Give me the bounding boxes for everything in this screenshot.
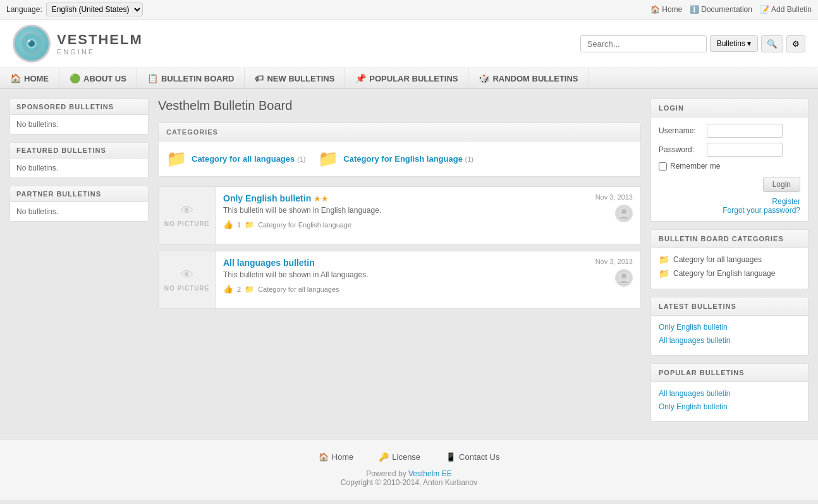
bulletin-thumb-count-2: 2 (237, 285, 241, 293)
powered-by-text: Powered by (366, 469, 408, 478)
documentation-toplink[interactable]: ℹ️ Documentation (690, 5, 752, 14)
popular-link-1[interactable]: All languages bulletin (659, 389, 730, 398)
sidebar-left: SPONSORED BULLETINS No bulletins. FEATUR… (9, 99, 149, 429)
nav-item-bulletin-board[interactable]: 📋 BULLETIN BOARD (137, 68, 245, 88)
bulletin-date-all-languages: Nov 3, 2013 (595, 258, 633, 265)
bulletin-desc-only-english: This bulletin will be shown in English l… (223, 206, 570, 215)
popular-bulletins-title: POPULAR BULLETINS (651, 364, 808, 382)
footer-contact-link[interactable]: 📱 Contact Us (446, 452, 499, 462)
settings-button[interactable]: ⚙ (786, 35, 805, 52)
random-bulletins-nav-icon: 🎲 (479, 73, 489, 83)
page-title: Vesthelm Bulletin Board (158, 99, 641, 113)
home-icon: 🏠 (650, 5, 660, 14)
footer-license-link[interactable]: 🔑 License (379, 452, 420, 462)
category-info-eng-lang: Category for English language (1) (343, 154, 473, 164)
categories-grid: 📁 Category for all languages (1) 📁 Categ… (159, 141, 640, 176)
nav-item-new-bulletins[interactable]: 🏷 NEW BULLETINS (245, 68, 345, 88)
popular-bulletins-content: All languages bulletin Only English bull… (651, 382, 808, 421)
bulletin-meta-only-english: 👍 1 📁 Category for English language (223, 220, 570, 229)
popular-link-2[interactable]: Only English bulletin (659, 402, 728, 411)
bulletin-thumb-count: 1 (237, 221, 241, 229)
top-bar-right: 🏠 Home ℹ️ Documentation 📝 Add Bulletin (650, 5, 812, 14)
footer-contact-icon: 📱 (446, 452, 456, 462)
popular-item-2: Only English bulletin (659, 402, 800, 411)
no-picture-text: NO PICTURE (164, 220, 210, 227)
bulletin-board-nav-icon: 📋 (147, 73, 158, 83)
bulletin-date-only-english: Nov 3, 2013 (595, 193, 633, 201)
nav-item-popular-bulletins[interactable]: 📌 POPULAR BULLETINS (345, 68, 468, 88)
footer-home-icon: 🏠 (319, 452, 329, 462)
bulletin-image-only-english: 👁 NO PICTURE (159, 187, 216, 244)
nav: 🏠 HOME 🟢 ABOUT US 📋 BULLETIN BOARD 🏷 NEW… (0, 68, 818, 89)
bulletin-title-all-languages[interactable]: All languages bulletin (223, 258, 315, 268)
gear-icon: ⚙ (792, 39, 800, 49)
bbc-cat-item-1: 📁 Category for all languages (659, 255, 800, 265)
popular-bulletins-box: POPULAR BULLETINS All languages bulletin… (650, 363, 809, 422)
nav-item-about[interactable]: 🟢 ABOUT US (59, 68, 137, 88)
remember-row: Remember me (659, 162, 800, 171)
login-button[interactable]: Login (763, 177, 800, 192)
username-label: Username: (659, 126, 703, 135)
search-input[interactable] (580, 35, 707, 52)
sponsored-bulletins-content: No bulletins. (10, 115, 148, 134)
register-link[interactable]: Register (659, 197, 800, 206)
footer-license-label: License (392, 452, 420, 462)
category-link-all-lang[interactable]: Category for all languages (192, 154, 295, 164)
category-item-all-lang: 📁 Category for all languages (1) (166, 149, 305, 169)
bulletin-item-all-languages: 👁 NO PICTURE All languages bulletin This… (158, 251, 641, 309)
footer-home-link[interactable]: 🏠 Home (319, 452, 354, 462)
nav-item-home[interactable]: 🏠 HOME (0, 68, 59, 88)
bulletin-avatar-all-languages (615, 269, 633, 287)
bulletin-title-only-english[interactable]: Only English bulletin (223, 193, 311, 203)
bbc-cat-link-1[interactable]: Category for all languages (673, 255, 762, 264)
sidebar-right: LOGIN Username: Password: Remember me Lo… (650, 99, 809, 429)
bbc-title: BULLETIN BOARD CATEGORIES (651, 230, 808, 248)
content-center: Vesthelm Bulletin Board CATEGORIES 📁 Cat… (158, 99, 641, 429)
bbc-cat-link-2[interactable]: Category for English language (673, 269, 775, 278)
nav-label-about: ABOUT US (83, 74, 126, 83)
latest-link-2[interactable]: All languages bulletin (659, 336, 730, 345)
category-link-eng-lang[interactable]: Category for English language (343, 154, 463, 164)
no-picture-text-2: NO PICTURE (164, 285, 210, 292)
documentation-icon: ℹ️ (690, 5, 699, 14)
add-bulletin-toplink[interactable]: 📝 Add Bulletin (760, 5, 812, 14)
logo-link[interactable]: VESTHELM ENGINE (13, 25, 143, 63)
category-count-eng-lang: (1) (465, 155, 473, 163)
bulletin-body-all-languages: All languages bulletin This bulletin wil… (216, 251, 577, 308)
password-input[interactable] (707, 143, 783, 157)
language-select[interactable]: English (United States) Spanish French (46, 3, 143, 16)
password-row: Password: (659, 143, 800, 157)
search-type-button[interactable]: Bulletins ▾ (710, 35, 758, 52)
logo-text: VESTHELM ENGINE (57, 32, 143, 56)
no-picture-icon: 👁 (181, 203, 193, 218)
nav-label-popular-bulletins: POPULAR BULLETINS (369, 74, 458, 83)
nav-label-random-bulletins: RANDOM BULLETINS (492, 74, 578, 83)
home-toplink[interactable]: 🏠 Home (650, 5, 682, 14)
main-layout: SPONSORED BULLETINS No bulletins. FEATUR… (0, 89, 818, 439)
latest-bulletins-title: LATEST BULLETINS (651, 297, 808, 316)
latest-link-1[interactable]: Only English bulletin (659, 323, 728, 332)
login-links: Register Forgot your password? (659, 192, 800, 215)
categories-box: CATEGORIES 📁 Category for all languages … (158, 123, 641, 177)
chevron-down-icon: ▾ (747, 39, 751, 48)
bulletin-cat-name: Category for English language (258, 221, 351, 229)
featured-bulletins-content: No bulletins. (10, 159, 148, 177)
thumbs-up-icon-2: 👍 (223, 284, 233, 294)
partner-bulletins-title: PARTNER BULLETINS (10, 186, 148, 202)
logo-subtitle: ENGINE (57, 48, 143, 56)
sponsored-bulletins-box: SPONSORED BULLETINS No bulletins. (9, 99, 149, 135)
remember-checkbox[interactable] (659, 162, 667, 171)
nav-label-home: HOME (24, 74, 49, 83)
username-row: Username: (659, 124, 800, 138)
forgot-password-link[interactable]: Forgot your password? (659, 206, 800, 215)
bbc-content: 📁 Category for all languages 📁 Category … (651, 248, 808, 289)
username-input[interactable] (707, 124, 783, 138)
home-nav-icon: 🏠 (10, 73, 21, 83)
powered-by-link[interactable]: Vesthelm EE (408, 469, 452, 478)
bulletin-desc-all-languages: This bulletin will be shown in All langu… (223, 270, 570, 279)
bulletin-cat-name-2: Category for all languages (258, 285, 339, 293)
search-button[interactable]: 🔍 (761, 35, 783, 52)
nav-item-random-bulletins[interactable]: 🎲 RANDOM BULLETINS (468, 68, 589, 88)
partner-bulletins-box: PARTNER BULLETINS No bulletins. (9, 186, 149, 222)
footer-links: 🏠 Home 🔑 License 📱 Contact Us (13, 452, 805, 462)
